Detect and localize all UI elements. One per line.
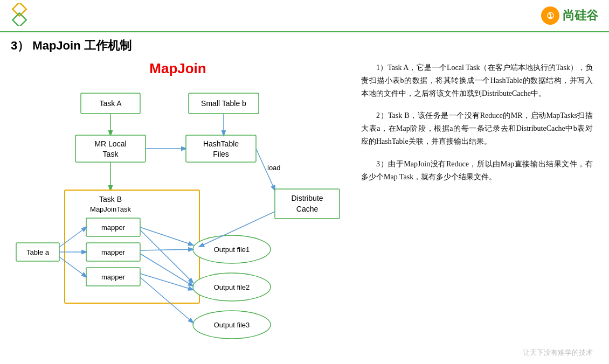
svg-text:Task A: Task A — [99, 99, 122, 108]
svg-text:MR Local: MR Local — [94, 139, 126, 148]
svg-text:HashTable: HashTable — [203, 139, 239, 148]
brand-area: ① 尚硅谷 — [541, 6, 598, 25]
text-para1: 1）Task A，它是一个Local Task（在客户端本地执行的Task），负… — [361, 61, 593, 100]
svg-rect-0 — [12, 3, 26, 16]
svg-text:mapper: mapper — [101, 223, 126, 232]
header-logo — [9, 3, 31, 28]
svg-text:mapper: mapper — [101, 273, 126, 281]
main-content: MapJoin Task A Small Table b — [0, 56, 609, 359]
svg-text:Output file2: Output file2 — [214, 283, 250, 291]
svg-text:Distribute: Distribute — [291, 194, 323, 202]
svg-text:Output file3: Output file3 — [214, 321, 250, 329]
page-title: 3） MapJoin 工作机制 — [0, 32, 609, 56]
mapjoin-diagram: Task A Small Table b MR Local Task HashT… — [11, 82, 345, 357]
text-panel: 1）Task A，它是一个Local Task（在客户端本地执行的Task），负… — [356, 56, 598, 359]
svg-text:Files: Files — [213, 150, 229, 158]
svg-text:Output file1: Output file1 — [214, 246, 250, 254]
brand-circle-icon: ① — [541, 6, 559, 25]
svg-text:Task B: Task B — [99, 195, 122, 204]
svg-rect-1 — [12, 13, 26, 26]
svg-text:mapper: mapper — [101, 248, 126, 256]
watermark: 让天下没有难学的技术 — [523, 348, 593, 358]
svg-text:Task: Task — [103, 150, 119, 158]
header-bar: ① 尚硅谷 — [0, 0, 609, 32]
diagram-area: MapJoin Task A Small Table b — [11, 56, 345, 359]
svg-text:Small Table b: Small Table b — [201, 99, 246, 108]
svg-text:Table a: Table a — [26, 248, 50, 256]
svg-text:Cache: Cache — [296, 205, 319, 213]
text-para2: 2）Task B，该任务是一个没有Reduce的MR，启动MapTasks扫描大… — [361, 109, 593, 148]
diagram-title: MapJoin — [11, 60, 345, 77]
brand-name: 尚硅谷 — [563, 8, 598, 24]
text-para3: 3）由于MapJoin没有Reduce，所以由Map直接输出结果文件，有多少个M… — [361, 158, 593, 184]
svg-text:MapJoinTask: MapJoinTask — [90, 205, 131, 213]
diamond-logo-icon — [9, 3, 31, 26]
svg-text:load: load — [267, 164, 281, 172]
